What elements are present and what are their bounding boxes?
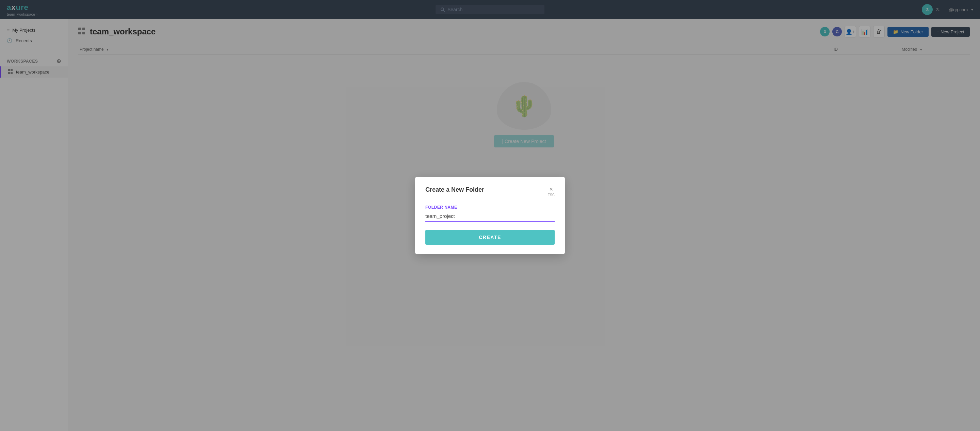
close-icon: × (549, 186, 553, 192)
modal-overlay[interactable]: Create a New Folder × ESC Folder Name CR… (0, 0, 980, 431)
folder-name-input[interactable] (425, 212, 555, 222)
esc-label: ESC (547, 193, 555, 197)
folder-name-label: Folder Name (425, 205, 555, 210)
create-button[interactable]: CREATE (425, 230, 555, 245)
modal-title: Create a New Folder (425, 186, 484, 193)
create-folder-modal: Create a New Folder × ESC Folder Name CR… (415, 177, 565, 254)
modal-close-button[interactable]: × ESC (547, 186, 555, 197)
modal-header: Create a New Folder × ESC (425, 186, 555, 197)
